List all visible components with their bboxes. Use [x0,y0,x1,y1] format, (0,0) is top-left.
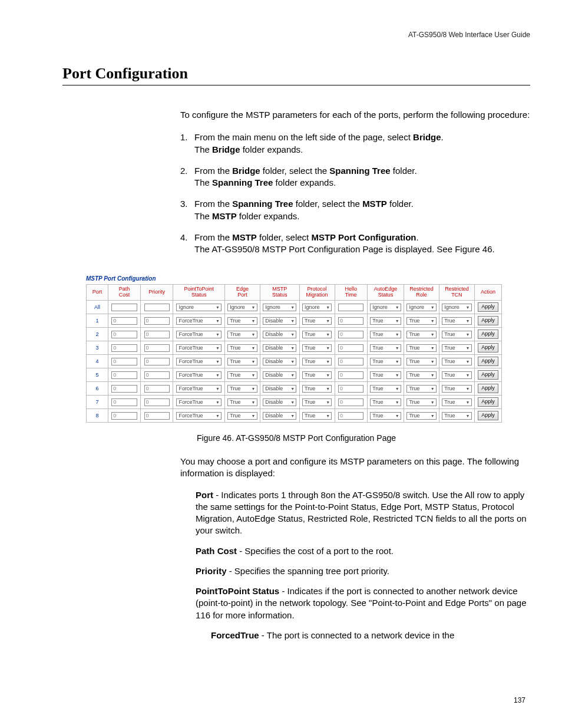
select-dropdown[interactable]: Ignore▼ [263,304,296,311]
text-input[interactable] [111,331,137,338]
text-input[interactable] [144,344,170,352]
select-dropdown[interactable]: True▼ [227,344,257,352]
apply-button[interactable]: Apply [478,343,498,353]
select-dropdown[interactable]: True▼ [442,358,471,365]
field-description: Priority - Specifies the spanning tree p… [196,565,530,577]
select-dropdown[interactable]: True▼ [370,371,401,379]
select-dropdown[interactable]: True▼ [370,412,401,420]
select-dropdown[interactable]: Disable▼ [263,317,296,325]
apply-button[interactable]: Apply [478,384,498,393]
text-input[interactable] [338,344,363,352]
text-input[interactable] [111,344,137,352]
select-dropdown[interactable]: Disable▼ [263,385,296,393]
apply-button[interactable]: Apply [478,330,498,339]
text-input[interactable] [111,398,137,406]
select-dropdown[interactable]: Ignore▼ [302,304,332,311]
select-dropdown[interactable]: True▼ [227,331,257,338]
text-input[interactable] [144,317,170,325]
text-input[interactable] [144,398,170,406]
text-input[interactable] [111,358,137,365]
text-input[interactable] [338,385,363,393]
select-dropdown[interactable]: True▼ [302,398,332,406]
select-dropdown[interactable]: True▼ [406,358,436,365]
select-dropdown[interactable]: True▼ [227,317,257,325]
text-input[interactable] [111,412,137,420]
select-dropdown[interactable]: True▼ [406,317,436,325]
text-input[interactable] [144,358,170,365]
text-input[interactable] [111,317,137,325]
select-dropdown[interactable]: True▼ [370,344,401,352]
text-input[interactable] [111,385,137,393]
select-dropdown[interactable]: True▼ [442,317,471,325]
select-dropdown[interactable]: ForceTrue▼ [176,344,222,352]
select-dropdown[interactable]: True▼ [227,371,257,379]
select-dropdown[interactable]: ForceTrue▼ [176,317,222,325]
select-dropdown[interactable]: Ignore▼ [370,304,401,311]
select-dropdown[interactable]: Ignore▼ [406,304,436,311]
select-dropdown[interactable]: True▼ [370,331,401,338]
select-dropdown[interactable]: True▼ [302,371,332,379]
select-dropdown[interactable]: True▼ [406,331,436,338]
select-dropdown[interactable]: True▼ [302,412,332,420]
text-input[interactable] [338,398,363,406]
select-dropdown[interactable]: True▼ [406,385,436,393]
select-dropdown[interactable]: Ignore▼ [442,304,471,311]
text-input[interactable] [338,412,363,420]
select-dropdown[interactable]: True▼ [406,371,436,379]
apply-button[interactable]: Apply [478,316,498,325]
select-dropdown[interactable]: True▼ [406,412,436,420]
select-dropdown[interactable]: True▼ [370,358,401,365]
select-dropdown[interactable]: True▼ [227,412,257,420]
select-dropdown[interactable]: True▼ [442,344,471,352]
text-input[interactable] [338,371,363,379]
text-input[interactable] [338,358,363,365]
select-dropdown[interactable]: True▼ [406,344,436,352]
select-dropdown[interactable]: True▼ [370,385,401,393]
select-dropdown[interactable]: ForceTrue▼ [176,371,222,379]
select-dropdown[interactable]: True▼ [406,398,436,406]
text-input[interactable] [144,412,170,420]
select-dropdown[interactable]: True▼ [442,371,471,379]
text-input[interactable] [144,371,170,379]
apply-button[interactable]: Apply [478,302,498,312]
select-dropdown[interactable]: Disable▼ [263,331,296,338]
select-dropdown[interactable]: Disable▼ [263,358,296,365]
select-dropdown[interactable]: ForceTrue▼ [176,331,222,338]
select-dropdown[interactable]: True▼ [442,331,471,338]
select-dropdown[interactable]: True▼ [227,385,257,393]
select-dropdown[interactable]: Disable▼ [263,412,296,420]
select-dropdown[interactable]: True▼ [302,331,332,338]
select-dropdown[interactable]: True▼ [370,398,401,406]
text-input[interactable] [144,331,170,338]
select-dropdown[interactable]: Ignore▼ [227,304,257,311]
apply-button[interactable]: Apply [478,370,498,380]
select-dropdown[interactable]: ForceTrue▼ [176,412,222,420]
select-dropdown[interactable]: ForceTrue▼ [176,398,222,406]
select-dropdown[interactable]: True▼ [442,398,471,406]
select-dropdown[interactable]: True▼ [442,412,471,420]
select-dropdown[interactable]: Disable▼ [263,371,296,379]
text-input[interactable] [111,304,137,311]
text-input[interactable] [338,304,363,311]
select-dropdown[interactable]: True▼ [442,385,471,393]
select-dropdown[interactable]: Disable▼ [263,398,296,406]
text-input[interactable] [111,371,137,379]
select-dropdown[interactable]: True▼ [302,317,332,325]
select-dropdown[interactable]: True▼ [302,344,332,352]
select-dropdown[interactable]: True▼ [227,398,257,406]
select-dropdown[interactable]: Ignore▼ [176,304,222,311]
select-dropdown[interactable]: True▼ [302,385,332,393]
text-input[interactable] [338,317,363,325]
apply-button[interactable]: Apply [478,397,498,407]
select-dropdown[interactable]: Disable▼ [263,344,296,352]
select-dropdown[interactable]: True▼ [302,358,332,365]
text-input[interactable] [144,385,170,393]
apply-button[interactable]: Apply [478,357,498,366]
apply-button[interactable]: Apply [478,411,498,420]
select-dropdown[interactable]: True▼ [227,358,257,365]
select-dropdown[interactable]: ForceTrue▼ [176,385,222,393]
select-dropdown[interactable]: ForceTrue▼ [176,358,222,365]
text-input[interactable] [144,304,170,311]
text-input[interactable] [338,331,363,338]
select-dropdown[interactable]: True▼ [370,317,401,325]
